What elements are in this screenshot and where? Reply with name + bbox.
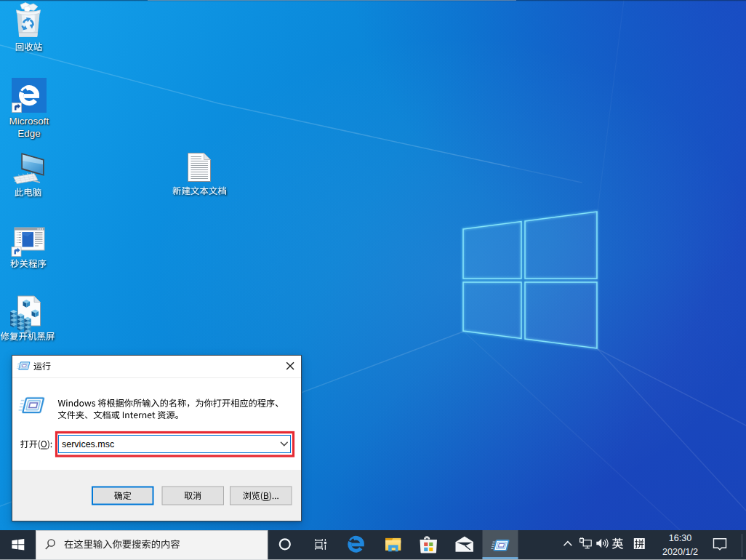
svg-text:services.msc: services.msc xyxy=(62,439,114,449)
svg-text:16:30: 16:30 xyxy=(669,533,692,543)
svg-text:2020/1/2: 2020/1/2 xyxy=(662,547,698,557)
